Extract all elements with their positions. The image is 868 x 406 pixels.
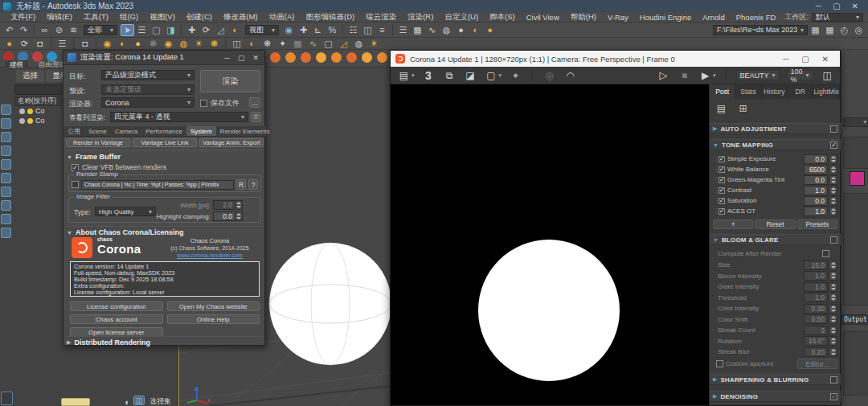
color-swatch[interactable] (850, 171, 865, 186)
dialog-tab[interactable]: Render Elements (216, 126, 274, 136)
save-config-icon[interactable]: ▤ (714, 102, 728, 114)
explorer-filter-icon[interactable] (1, 228, 11, 238)
tone-param-value[interactable]: 6500 (804, 165, 828, 174)
corona-website-link[interactable]: www.corona-renderer.com (158, 252, 261, 259)
spinner[interactable] (830, 196, 837, 206)
select-link-icon[interactable]: ∞ (38, 24, 51, 36)
tone-param-checkbox[interactable]: ✓ (719, 166, 725, 173)
status-icon[interactable]: ◐ (121, 396, 134, 406)
channel-dropdown[interactable]: BEAUTY▾ (736, 70, 780, 80)
sharpening-section[interactable]: ▶ SHARPENING & BLURRING (710, 374, 841, 385)
edit-named-selections-icon[interactable]: ☷ (346, 24, 360, 36)
slicer-icon[interactable]: ◿ (337, 38, 350, 50)
save-file-option[interactable]: 保存文件 (200, 98, 240, 109)
license-button[interactable]: License configuration (70, 301, 163, 311)
spinner[interactable] (830, 326, 837, 335)
menu-item[interactable]: 脚本(S) (484, 12, 521, 23)
explorer-filter-icon[interactable] (1, 214, 11, 224)
menu-item[interactable]: Phoenix FD (731, 13, 782, 22)
material-editor-icon[interactable]: ◍ (440, 24, 453, 36)
filter-type-dropdown[interactable]: High Quality▾ (95, 207, 156, 216)
bloom-param-value[interactable]: 1.0 (804, 293, 828, 302)
rect-selection-region-icon[interactable]: ▢ (149, 24, 163, 36)
close-icon[interactable]: ✕ (852, 2, 858, 10)
stamp-help-button[interactable]: ? (248, 179, 258, 190)
corona-light-icon[interactable]: ◉ (100, 38, 114, 50)
pattern-icon[interactable]: ▦ (291, 38, 305, 50)
menu-item[interactable]: V-Ray (602, 13, 634, 22)
explorer-filter-icon[interactable] (1, 105, 11, 115)
render-setup-icon[interactable]: ● (454, 24, 468, 36)
orbit-icon[interactable]: ⟳ (18, 38, 31, 50)
dialog-tab[interactable]: Scene (84, 126, 111, 136)
spinner[interactable] (830, 304, 837, 314)
drag-handle-icon[interactable]: ⋮ (713, 166, 716, 173)
vfb-tab[interactable]: Stats (735, 84, 761, 99)
vfb-tab[interactable]: DR (788, 84, 813, 99)
undo-icon[interactable]: ↶ (2, 24, 16, 36)
selection-lock-icon[interactable]: ◫ (133, 396, 145, 405)
menu-item[interactable]: Arnold (697, 13, 730, 22)
bloom-param-value[interactable]: 0.30 (804, 304, 828, 314)
mirror-icon[interactable]: ◫ (361, 24, 375, 36)
drag-handle-icon[interactable]: ⋮ (713, 155, 716, 162)
camera-create-icon[interactable]: ◘ (78, 38, 92, 50)
zoom-dropdown[interactable]: 100 %▾ (787, 70, 813, 80)
renderer-dropdown[interactable]: Corona▾ (101, 97, 194, 108)
graph-editors-icon[interactable]: ∿ (425, 24, 439, 36)
tone-mapping-section[interactable]: ▼ TONE MAPPING ✓ (710, 139, 841, 150)
drag-handle-icon[interactable]: ⋮ (713, 176, 716, 183)
spinner[interactable] (830, 271, 837, 281)
about-corona-rollout[interactable]: ▼ About Chaos Corona/Licensing (67, 226, 263, 236)
bloom-glare-checkbox[interactable] (830, 236, 837, 244)
toggle-scene-explorer-icon[interactable]: ☰ (396, 24, 410, 36)
bloom-param-value[interactable]: 15.0 (804, 260, 828, 270)
minimize-icon[interactable]: ─ (783, 55, 788, 64)
corona-teapot-icon[interactable]: ● (2, 38, 16, 50)
explorer-filter-icon[interactable] (1, 173, 11, 183)
tone-param-value[interactable]: 0.0 (804, 175, 828, 185)
spinner[interactable] (830, 282, 837, 292)
spinner[interactable] (830, 260, 837, 270)
denoising-section[interactable]: ▶ DENOISING ✓ (710, 391, 841, 402)
save-image-icon[interactable]: ▤ (397, 69, 411, 81)
lightbulb-icon[interactable] (27, 109, 33, 114)
unlink-icon[interactable]: ⊘ (52, 24, 66, 36)
tone-param-value[interactable]: 1.0 (804, 207, 828, 216)
vfb-tab[interactable]: LightMix (813, 84, 840, 99)
corona-shelf-icon[interactable] (285, 52, 296, 63)
vantage-button[interactable]: Vantage Anim. Export (199, 138, 264, 147)
use-center-icon[interactable]: ◉ (282, 24, 296, 36)
spinner[interactable] (830, 207, 837, 216)
spinner[interactable] (830, 314, 837, 324)
menu-item[interactable]: 组(G) (114, 12, 144, 23)
bloom-param-value[interactable]: 3 (804, 326, 828, 335)
drag-handle-icon[interactable]: ⋮ (713, 207, 716, 215)
dialog-tab[interactable]: System (186, 126, 216, 136)
menu-item[interactable]: 瑞云渲染 (360, 12, 402, 23)
lightbulb-icon[interactable] (27, 118, 33, 124)
scatter-icon[interactable]: ◫ (230, 38, 244, 50)
corona-swoosh-icon[interactable]: ◠ (563, 69, 577, 81)
clear-image-icon[interactable]: ◪ (464, 69, 477, 81)
menu-item[interactable]: 创建(C) (181, 12, 218, 23)
render-production-icon[interactable]: ● (483, 24, 497, 36)
bind-spacewarp-icon[interactable]: ≋ (67, 24, 80, 36)
corona-mesh-light-icon[interactable]: ❋ (146, 38, 160, 50)
menu-item[interactable]: 自定义(U) (439, 12, 484, 23)
corona-shelf-icon[interactable] (331, 52, 342, 63)
spinner[interactable] (830, 347, 837, 357)
tone-param-checkbox[interactable]: ✓ (719, 177, 725, 183)
ab-compare-icon[interactable]: ◫ (821, 69, 834, 81)
maximize-icon[interactable]: ▢ (833, 2, 840, 10)
highlight-clamp-value[interactable]: 0.0 (213, 211, 235, 221)
project-folder-dropdown[interactable]: F:\Files\Re~ds Max 2023▾ (713, 25, 808, 35)
explorer-filter-icon[interactable] (1, 132, 11, 142)
vfb-titlebar[interactable]: Corona 14 Update 1 | 1280×720px (1:1) | … (391, 51, 840, 67)
vfb-tab[interactable]: Post (710, 84, 735, 99)
duplicate-to-history-icon[interactable]: ⧉ (443, 69, 457, 81)
mini-listener[interactable] (61, 398, 90, 406)
spinner[interactable] (830, 336, 837, 346)
minimize-icon[interactable]: ─ (816, 2, 821, 10)
play-icon[interactable]: ▷ (657, 69, 670, 81)
